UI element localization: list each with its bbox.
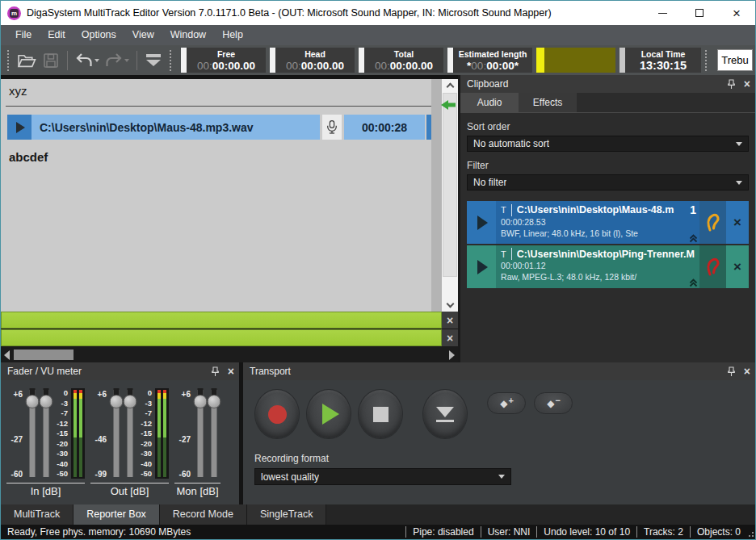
- open-button[interactable]: [15, 49, 39, 72]
- slider-knob[interactable]: [25, 395, 39, 408]
- chevron-down-icon: [446, 300, 454, 308]
- menu-view[interactable]: View: [124, 25, 162, 45]
- fader-slider[interactable]: [207, 388, 220, 479]
- vertical-scrollbar-thumb[interactable]: [443, 93, 457, 277]
- fader-body: +6 -27 -60 0-3-7-12-15-20-30-40-50 In [d…: [1, 380, 239, 504]
- expand-chevrons-icon[interactable]: [688, 233, 699, 243]
- menu-options[interactable]: Options: [74, 25, 124, 45]
- stop-button[interactable]: [358, 389, 403, 439]
- tab-audio[interactable]: Audio: [460, 93, 519, 112]
- save-button[interactable]: [39, 49, 63, 72]
- tab-singletrack[interactable]: SingleTrack: [247, 504, 327, 525]
- scroll-up-button[interactable]: [442, 79, 458, 92]
- track-lane-bar[interactable]: [1, 312, 442, 329]
- fader-slider[interactable]: [25, 388, 39, 479]
- minimize-button[interactable]: [644, 1, 681, 25]
- slider-knob[interactable]: [207, 395, 220, 408]
- undo-dropdown-arrow[interactable]: [94, 59, 99, 62]
- horizontal-scrollbar-thumb[interactable]: [14, 350, 74, 360]
- time-label: Local Time: [641, 49, 686, 60]
- fader-slider[interactable]: [39, 388, 52, 479]
- tab-effects[interactable]: Effects: [519, 93, 577, 112]
- maximize-icon: [695, 9, 704, 17]
- clipboard-item[interactable]: T C:\Users\nin\Desktop\Ping-Trenner.M 00…: [467, 245, 749, 288]
- tab-record-mode[interactable]: Record Mode: [160, 504, 247, 525]
- undo-button[interactable]: [72, 49, 103, 72]
- collapse-button[interactable]: [141, 49, 166, 72]
- fader-slider[interactable]: [109, 388, 123, 479]
- menu-help[interactable]: Help: [214, 25, 251, 45]
- close-button[interactable]: ×: [718, 1, 755, 25]
- track-lane-bar[interactable]: [1, 329, 442, 346]
- status-message: Ready, Free phys. memory: 10690 MBytes: [1, 526, 405, 538]
- slider-knob[interactable]: [193, 395, 207, 408]
- clipboard-item[interactable]: T C:\Users\nin\Desktop\Maus-48.m 1 00:00…: [467, 201, 749, 244]
- item-badge: 1: [690, 203, 696, 216]
- slider-knob[interactable]: [39, 395, 52, 408]
- font-button[interactable]: Trebu: [717, 49, 753, 71]
- clipboard-body: Sort order No automatic sort Filter No f…: [460, 113, 755, 362]
- item-remove-button[interactable]: ×: [726, 245, 749, 288]
- item-remove-button[interactable]: ×: [726, 201, 749, 244]
- pin-button[interactable]: [211, 366, 220, 377]
- status-undo-level: Undo level: 10 of 10: [536, 526, 636, 538]
- recording-format-select[interactable]: lowest quality: [254, 468, 511, 485]
- item-prelisten-button[interactable]: [699, 245, 726, 288]
- filter-select[interactable]: No filter: [467, 174, 749, 190]
- sort-order-select[interactable]: No automatic sort: [467, 136, 749, 152]
- toolbar-grip[interactable]: [705, 50, 708, 71]
- clip-file-path[interactable]: C:\Users\nin\Desktop\Maus-48.mp3.wav: [32, 115, 320, 140]
- menu-file[interactable]: File: [7, 25, 40, 45]
- menu-window[interactable]: Window: [162, 25, 214, 45]
- tab-multitrack[interactable]: MultiTrack: [1, 504, 74, 525]
- item-body[interactable]: T C:\Users\nin\Desktop\Ping-Trenner.M 00…: [496, 245, 699, 288]
- toolbar-grip[interactable]: [7, 50, 10, 71]
- clip-play-button[interactable]: [7, 115, 32, 140]
- tab-reporter-box[interactable]: Reporter Box: [74, 504, 160, 525]
- item-play-button[interactable]: [467, 201, 496, 244]
- goto-end-button[interactable]: [422, 389, 468, 439]
- editor-canvas[interactable]: xyz C:\Users\nin\Desktop\Maus-48.mp3.wav: [1, 79, 458, 312]
- item-prelisten-button[interactable]: [699, 201, 726, 244]
- record-button[interactable]: [254, 389, 300, 439]
- pin-button[interactable]: [727, 366, 736, 377]
- app-window: m DigaSystem MultiTrack Editor Version 7…: [0, 0, 756, 540]
- expand-chevrons-icon[interactable]: [688, 278, 699, 287]
- add-marker-button[interactable]: ◆+: [487, 392, 526, 414]
- vertical-scrollbar[interactable]: [442, 79, 458, 312]
- toolbar-grip[interactable]: [170, 50, 173, 71]
- clipboard-close-button[interactable]: ×: [744, 78, 750, 90]
- status-bar: Ready, Free phys. memory: 10690 MBytes P…: [1, 525, 755, 539]
- slider-knob[interactable]: [109, 395, 123, 408]
- redo-dropdown-arrow[interactable]: [124, 59, 129, 62]
- menu-edit[interactable]: Edit: [40, 25, 74, 45]
- level-indicator-body: [544, 48, 615, 73]
- slider-knob[interactable]: [123, 395, 136, 408]
- sort-order-label: Sort order: [467, 121, 749, 132]
- pin-button[interactable]: [727, 79, 736, 90]
- clip-record-button[interactable]: [322, 115, 342, 140]
- time-value: *00:00:00*: [467, 60, 519, 72]
- scroll-down-button[interactable]: [442, 299, 458, 312]
- play-button[interactable]: [306, 389, 351, 439]
- maximize-button[interactable]: [681, 1, 718, 25]
- fader-slider[interactable]: [193, 388, 207, 479]
- remove-marker-button[interactable]: ◆−: [534, 392, 573, 414]
- panel-separator: [447, 48, 453, 73]
- transport-close-button[interactable]: ×: [744, 366, 750, 377]
- scroll-right-button[interactable]: [446, 347, 458, 362]
- item-play-button[interactable]: [467, 245, 496, 288]
- item-body[interactable]: T C:\Users\nin\Desktop\Maus-48.m 1 00:00…: [496, 201, 699, 244]
- track-lane-close-button[interactable]: ×: [442, 312, 458, 329]
- play-icon: [16, 122, 25, 133]
- resize-grip[interactable]: [747, 526, 755, 538]
- minimize-icon: [658, 13, 667, 14]
- fader-slider[interactable]: [123, 388, 136, 479]
- redo-button[interactable]: [102, 49, 132, 72]
- scroll-left-button[interactable]: [1, 347, 13, 362]
- track-lane-close-button[interactable]: ×: [442, 329, 458, 346]
- horizontal-scrollbar[interactable]: [1, 347, 458, 362]
- fader-close-button[interactable]: ×: [228, 366, 234, 377]
- mode-tab-bar: MultiTrack Reporter Box Record Mode Sing…: [1, 504, 755, 525]
- track-label-top: xyz: [9, 84, 27, 98]
